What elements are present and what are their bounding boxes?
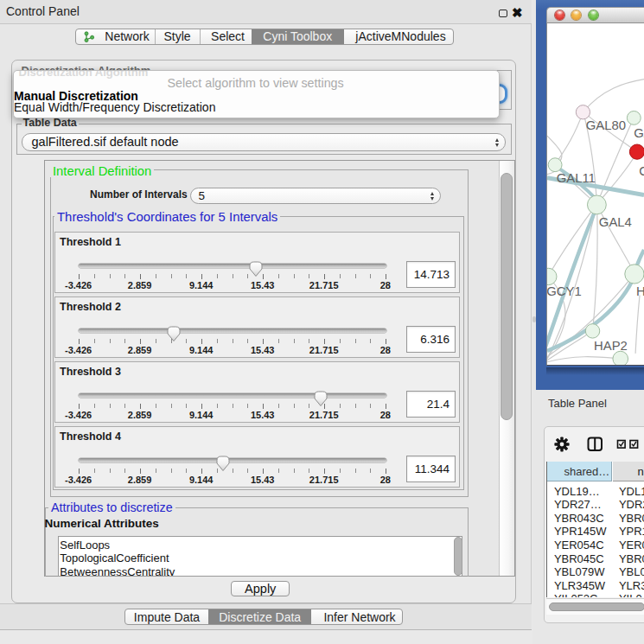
svg-text:GAL80: GAL80 [586, 118, 626, 132]
svg-text:C: C [639, 164, 644, 178]
svg-text:GA: GA [634, 126, 644, 140]
svg-text:GAL11: GAL11 [557, 171, 596, 185]
svg-text:HAP2: HAP2 [594, 339, 628, 353]
svg-text:H: H [636, 284, 644, 298]
svg-text:GCY1: GCY1 [546, 284, 581, 298]
svg-text:GAL4: GAL4 [599, 215, 632, 229]
